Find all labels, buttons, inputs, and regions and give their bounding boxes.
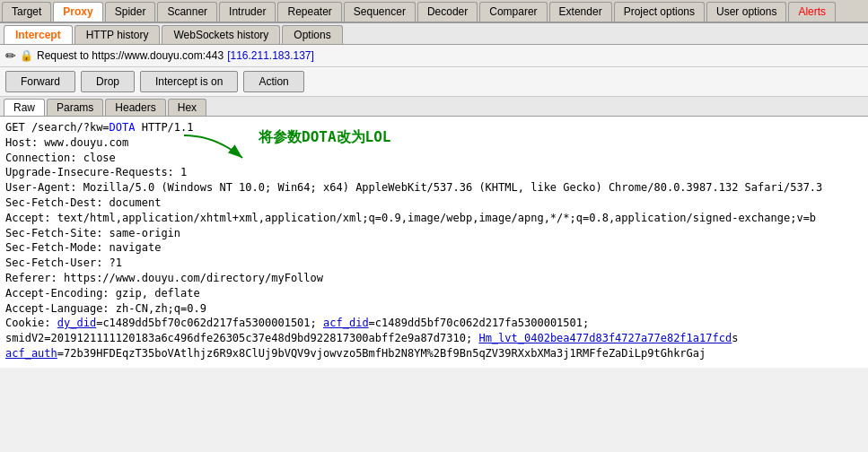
request-line-2: Host: www.douyu.com: [5, 135, 863, 151]
cookie-acf-did-val: =c1489dd5bf70c062d217fa5300001501;: [369, 317, 590, 329]
subtab-options[interactable]: Options: [282, 25, 342, 44]
tab-project-options[interactable]: Project options: [614, 2, 705, 22]
request-line-9: Sec-Fetch-Mode: navigate: [5, 240, 863, 256]
request-protocol: HTTP/1.1: [136, 121, 194, 134]
action-button[interactable]: Action: [243, 71, 303, 92]
tab-target[interactable]: Target: [2, 2, 51, 22]
kw-value: DOTA: [110, 121, 136, 134]
cookie-acf-auth-val: =72b39HFDEqzT35boVAtlhjz6R9x8ClUj9bVQV9v…: [57, 347, 706, 360]
tab-spider[interactable]: Spider: [105, 2, 156, 22]
tab-repeater[interactable]: Repeater: [277, 2, 341, 22]
cookie-hm-val: s: [732, 332, 738, 344]
cookie-dy-did-key: dy_did: [57, 317, 96, 329]
ctab-raw[interactable]: Raw: [4, 99, 45, 116]
cookie-prefix: Cookie:: [5, 317, 57, 329]
tab-extender[interactable]: Extender: [549, 2, 612, 22]
request-line-5: User-Agent: Mozilla/5.0 (Windows NT 10.0…: [5, 180, 863, 196]
action-bar: Forward Drop Intercept is on Action: [0, 67, 868, 97]
ctab-params[interactable]: Params: [47, 99, 103, 116]
sub-navigation: Intercept HTTP history WebSockets histor…: [0, 23, 868, 45]
tab-user-options[interactable]: User options: [706, 2, 786, 22]
ctab-headers[interactable]: Headers: [105, 99, 165, 116]
edit-icon: ✏: [5, 48, 16, 63]
request-line-3: Connection: close: [5, 151, 863, 166]
subtab-intercept[interactable]: Intercept: [4, 25, 73, 44]
request-ip: [116.211.183.137]: [227, 49, 314, 62]
request-line-8: Sec-Fetch-Site: same-origin: [5, 226, 863, 241]
top-navigation: Target Proxy Spider Scanner Intruder Rep…: [0, 0, 868, 23]
tab-comparer[interactable]: Comparer: [479, 2, 547, 22]
cookie-hm-key: Hm_lvt_0402bea477d83f4727a77e82f1a17fcd: [478, 332, 732, 344]
request-line-6: Sec-Fetch-Dest: document: [5, 196, 863, 211]
forward-button[interactable]: Forward: [5, 71, 75, 92]
request-line-7: Accept: text/html,application/xhtml+xml,…: [5, 211, 863, 226]
request-method: GET /search/?kw=: [5, 121, 110, 134]
request-cookie-line-3: acf_auth=72b39HFDEqzT35boVAtlhjz6R9x8ClU…: [5, 346, 863, 361]
drop-button[interactable]: Drop: [81, 71, 135, 92]
tab-alerts[interactable]: Alerts: [788, 2, 836, 22]
cookie-acf-did-key: acf_did: [323, 317, 369, 329]
request-line-4: Upgrade-Insecure-Requests: 1: [5, 165, 863, 180]
request-line-11: Referer: https://www.douyu.com/directory…: [5, 271, 863, 286]
request-url: Request to https://www.douyu.com:443: [37, 49, 224, 62]
lock-icon: 🔒: [20, 49, 33, 62]
subtab-http-history[interactable]: HTTP history: [75, 25, 161, 44]
tab-sequencer[interactable]: Sequencer: [344, 2, 416, 22]
request-line-12: Accept-Encoding: gzip, deflate: [5, 286, 863, 301]
request-body: GET /search/?kw=DOTA HTTP/1.1 Host: www.…: [0, 117, 868, 368]
tab-decoder[interactable]: Decoder: [417, 2, 478, 22]
tab-scanner[interactable]: Scanner: [157, 2, 217, 22]
subtab-websockets-history[interactable]: WebSockets history: [162, 25, 280, 44]
content-tabs: Raw Params Headers Hex: [0, 97, 868, 117]
request-cookie-line-2: smidV2=2019121111120183a6c496dfe26305c37…: [5, 331, 863, 346]
request-cookie-line: Cookie: dy_did=c1489dd5bf70c062d217fa530…: [5, 316, 863, 331]
cookie-acf-auth-key: acf_auth: [5, 347, 57, 360]
request-info-bar: ✏ 🔒 Request to https://www.douyu.com:443…: [0, 45, 868, 67]
tab-proxy[interactable]: Proxy: [53, 2, 102, 22]
request-line-1: GET /search/?kw=DOTA HTTP/1.1: [5, 120, 863, 135]
cookie-smid: smidV2=2019121111120183a6c496dfe26305c37…: [5, 332, 478, 344]
tab-intruder[interactable]: Intruder: [219, 2, 276, 22]
ctab-hex[interactable]: Hex: [168, 99, 206, 116]
cookie-dy-did-val: =c1489dd5bf70c062d217fa5300001501;: [96, 317, 323, 329]
request-line-10: Sec-Fetch-User: ?1: [5, 256, 863, 271]
request-line-13: Accept-Language: zh-CN,zh;q=0.9: [5, 301, 863, 317]
intercept-button[interactable]: Intercept is on: [140, 71, 238, 92]
